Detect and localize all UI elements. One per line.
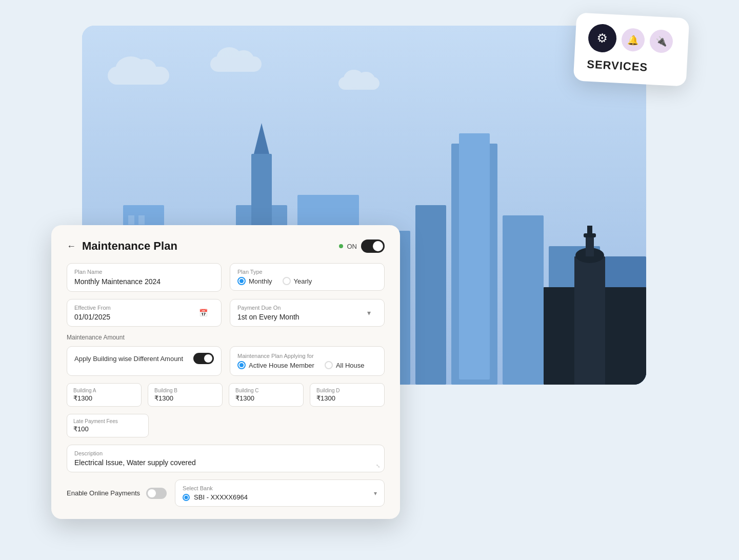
building-a-label: Building A <box>73 388 135 393</box>
description-value: Electrical Issue, Water supply covered <box>74 458 377 467</box>
maintenance-amount-label: Maintenance Amount <box>67 334 385 341</box>
plan-type-field: Plan Type Monthly Yearly <box>230 263 385 292</box>
building-amounts-grid: Building A ₹1300 Building B ₹1300 Buildi… <box>67 383 385 407</box>
bank-field-content: Select Bank SBI - XXXXX6964 <box>183 485 248 501</box>
monthly-label: Monthly <box>249 277 272 285</box>
late-payment-field[interactable]: Late Payment Fees ₹100 <box>67 414 149 437</box>
maintenance-plan-form: ← Maintenance Plan ON Plan Name Monthly … <box>51 225 400 519</box>
toggle-knob <box>373 241 383 251</box>
description-label: Description <box>74 450 377 456</box>
building-toggle-box: Apply Building wise Different Amount <box>67 346 222 376</box>
building-toggle[interactable] <box>193 353 214 364</box>
svg-marker-9 <box>254 123 269 154</box>
status-dot <box>339 244 343 248</box>
building-b-value: ₹1300 <box>154 394 216 402</box>
form-title: Maintenance Plan <box>82 239 177 253</box>
building-c-field[interactable]: Building C ₹1300 <box>229 383 304 407</box>
active-house-circle <box>237 361 246 369</box>
plan-name-box[interactable]: Plan Name Monthly Maintenance 2024 <box>67 263 222 292</box>
bank-option: SBI - XXXXX6964 <box>183 493 248 501</box>
effective-from-value: 01/01/2025 <box>74 313 111 321</box>
effective-from-field: Effective From 01/01/2025 📅 <box>67 299 222 327</box>
bank-name: SBI - XXXXX6964 <box>194 493 248 501</box>
all-house-radio[interactable]: All House <box>325 361 365 369</box>
form-header: ← Maintenance Plan ON <box>67 239 385 253</box>
building-a-value: ₹1300 <box>73 394 135 402</box>
plan-type-box: Plan Type Monthly Yearly <box>230 263 385 291</box>
services-icons-row: ⚙ 🔔 🔌 <box>588 24 676 56</box>
back-button[interactable]: ← <box>67 241 76 252</box>
svg-rect-27 <box>615 297 646 385</box>
cloud-2 <box>210 56 262 72</box>
svg-rect-24 <box>586 236 594 256</box>
building-b-label: Building B <box>154 388 216 393</box>
resize-handle[interactable]: ⤡ <box>376 463 380 469</box>
building-b-field[interactable]: Building B ₹1300 <box>148 383 223 407</box>
maintenance-config-row: Apply Building wise Different Amount Mai… <box>67 346 385 376</box>
late-payment-row: Late Payment Fees ₹100 <box>67 414 385 437</box>
select-bank-label: Select Bank <box>183 485 248 491</box>
yearly-radio[interactable]: Yearly <box>283 277 312 285</box>
payment-due-box[interactable]: Payment Due On 1st on Every Month ▾ <box>230 299 385 327</box>
plan-type-radio-group: Monthly Yearly <box>237 277 377 285</box>
late-payment-label: Late Payment Fees <box>73 418 142 424</box>
yearly-radio-circle <box>283 277 291 285</box>
payment-due-value: 1st on Every Month <box>237 313 299 321</box>
description-field[interactable]: Description Electrical Issue, Water supp… <box>67 445 385 472</box>
bank-radio <box>183 494 190 501</box>
row-dates: Effective From 01/01/2025 📅 Payment Due … <box>67 299 385 327</box>
payment-due-content: Payment Due On 1st on Every Month <box>237 305 299 321</box>
active-house-radio[interactable]: Active House Member <box>237 361 314 369</box>
all-house-label: All House <box>336 362 365 369</box>
plan-type-label: Plan Type <box>237 269 377 275</box>
plan-name-value: Monthly Maintenance 2024 <box>74 277 161 286</box>
svg-rect-14 <box>459 133 490 379</box>
all-house-circle <box>325 361 333 369</box>
meter-icon: 🔌 <box>649 29 673 53</box>
svg-rect-1 <box>128 215 134 225</box>
yearly-label: Yearly <box>294 277 312 285</box>
plan-name-label: Plan Name <box>74 269 214 275</box>
building-d-field[interactable]: Building D ₹1300 <box>310 383 385 407</box>
svg-rect-15 <box>503 215 544 385</box>
effective-from-box[interactable]: Effective From 01/01/2025 📅 <box>67 299 222 327</box>
active-house-label: Active House Member <box>249 362 314 369</box>
chevron-down-icon: ▾ <box>367 309 371 317</box>
enable-payments-row: Enable Online Payments Select Bank SBI -… <box>67 479 385 507</box>
bank-dropdown-arrow: ▾ <box>374 490 377 497</box>
enable-online-toggle[interactable] <box>146 488 167 499</box>
svg-rect-26 <box>587 226 592 235</box>
payment-due-label: Payment Due On <box>237 305 299 311</box>
services-label: SERVICES <box>587 58 674 76</box>
plan-name-field: Plan Name Monthly Maintenance 2024 <box>67 263 222 292</box>
services-card: ⚙ 🔔 🔌 SERVICES <box>573 12 690 86</box>
calendar-icon: 📅 <box>199 309 208 317</box>
applying-for-label: Maintenance Plan Applying for <box>237 353 377 359</box>
toggle-on-label: ON <box>347 243 357 250</box>
building-d-label: Building D <box>316 388 378 393</box>
enable-online-knob <box>148 489 156 497</box>
gear-icon: ⚙ <box>588 24 617 53</box>
building-a-field[interactable]: Building A ₹1300 <box>67 383 142 407</box>
cloud-1 <box>108 67 169 85</box>
select-bank-field[interactable]: Select Bank SBI - XXXXX6964 ▾ <box>175 479 385 507</box>
enable-online-field: Enable Online Payments <box>67 488 167 499</box>
late-payment-value: ₹100 <box>73 425 142 433</box>
applying-for-radio-group: Active House Member All House <box>237 361 377 369</box>
main-toggle[interactable] <box>361 239 385 253</box>
row-plan-name-type: Plan Name Monthly Maintenance 2024 Plan … <box>67 263 385 292</box>
effective-from-content: Effective From 01/01/2025 <box>74 305 111 321</box>
building-toggle-knob <box>204 354 212 363</box>
effective-from-label: Effective From <box>74 305 111 311</box>
enable-online-label: Enable Online Payments <box>67 489 140 497</box>
applying-for-box: Maintenance Plan Applying for Active Hou… <box>230 346 385 376</box>
payment-due-field: Payment Due On 1st on Every Month ▾ <box>230 299 385 327</box>
monthly-radio-circle <box>237 277 246 285</box>
svg-rect-12 <box>415 205 446 385</box>
cloud-3 <box>338 77 380 90</box>
apply-building-row: Apply Building wise Different Amount <box>74 353 214 364</box>
building-c-value: ₹1300 <box>235 394 297 402</box>
title-row: ← Maintenance Plan <box>67 239 177 253</box>
monthly-radio[interactable]: Monthly <box>237 277 272 285</box>
building-c-label: Building C <box>235 388 297 393</box>
